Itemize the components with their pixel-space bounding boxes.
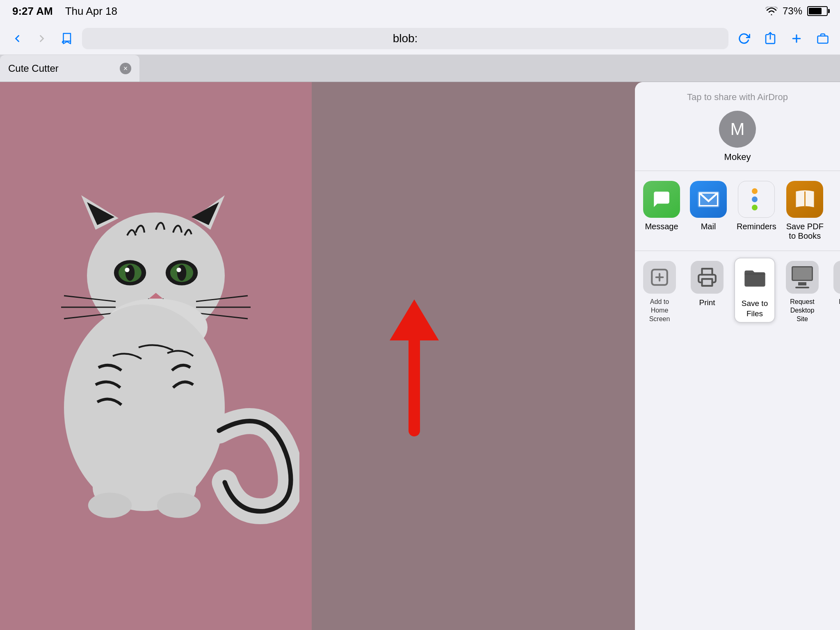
request-desktop-icon <box>786 261 819 294</box>
svg-point-12 <box>125 267 129 272</box>
battery-icon <box>807 6 828 16</box>
reload-button[interactable] <box>735 30 753 48</box>
cat-illustration <box>12 184 299 528</box>
forward-button[interactable] <box>33 30 51 48</box>
add-home-screen-button[interactable]: Add to Home Screen <box>639 258 680 326</box>
address-text: blob: <box>393 32 418 45</box>
message-icon <box>643 181 680 218</box>
nav-actions <box>735 30 832 48</box>
status-right: 73% <box>765 5 828 17</box>
save-files-label: Save to Files <box>738 299 771 319</box>
reminders-label: Reminders <box>737 222 776 231</box>
status-bar: 9:27 AM Thu Apr 18 73% <box>0 0 840 22</box>
find-on-page-button[interactable]: Find on <box>829 258 840 310</box>
svg-point-13 <box>176 267 181 272</box>
cat-image-container <box>0 82 312 630</box>
svg-point-26 <box>157 493 201 518</box>
mail-icon <box>690 181 727 218</box>
add-home-label: Add to Home Screen <box>642 298 677 323</box>
request-desktop-label: Request Desktop Site <box>785 298 819 323</box>
tabs-button[interactable] <box>814 30 832 48</box>
share-message-button[interactable]: Message <box>643 181 680 241</box>
reminders-icon <box>738 181 775 218</box>
wifi-icon <box>765 7 778 16</box>
find-on-icon <box>833 261 840 294</box>
save-to-files-button[interactable]: Save to Files <box>734 258 775 323</box>
share-button[interactable] <box>761 30 779 48</box>
share-books-button[interactable]: Save PDF to Books <box>786 181 824 241</box>
save-files-icon <box>738 262 771 294</box>
tab-close-button[interactable]: × <box>120 63 131 74</box>
back-button[interactable] <box>8 30 26 48</box>
airdrop-section: Tap to share with AirDrop M Mokey <box>635 82 840 171</box>
books-icon <box>786 181 823 218</box>
share-apps-row: Message Mail <box>635 171 840 251</box>
svg-point-25 <box>88 493 132 518</box>
svg-rect-0 <box>818 36 828 43</box>
status-date: Thu Apr 18 <box>65 5 117 18</box>
print-button[interactable]: Print <box>687 258 728 311</box>
share-sheet: Tap to share with AirDrop M Mokey Messag… <box>635 82 840 630</box>
address-bar[interactable]: blob: <box>82 28 728 49</box>
tab-cute-cutter[interactable]: Cute Cutter × <box>0 55 139 82</box>
tab-title: Cute Cutter <box>8 63 115 74</box>
status-time: 9:27 AM <box>12 5 53 18</box>
navigation-bar: blob: <box>0 22 840 55</box>
add-home-icon <box>643 261 676 294</box>
message-label: Message <box>645 222 678 231</box>
books-label: Save PDF to Books <box>786 222 824 241</box>
print-icon <box>691 261 724 294</box>
tab-bar: Cute Cutter × <box>0 55 840 82</box>
airdrop-label: Tap to share with AirDrop <box>635 92 840 103</box>
print-label: Print <box>699 298 715 308</box>
svg-point-10 <box>126 265 135 281</box>
svg-rect-29 <box>702 279 712 286</box>
mail-label: Mail <box>701 222 716 231</box>
share-mail-button[interactable]: Mail <box>690 181 727 241</box>
svg-point-11 <box>177 265 186 281</box>
svg-point-22 <box>64 304 225 511</box>
share-reminders-button[interactable]: Reminders <box>737 181 776 241</box>
contact-mokey[interactable]: M Mokey <box>719 111 756 162</box>
airdrop-contacts: M Mokey <box>635 111 840 162</box>
bookmarks-button[interactable] <box>57 30 75 48</box>
add-tab-button[interactable] <box>788 30 806 48</box>
share-actions-row: Add to Home Screen Print S <box>635 251 840 333</box>
contact-avatar: M <box>719 111 756 148</box>
request-desktop-button[interactable]: Request Desktop Site <box>782 258 823 326</box>
contact-name: Mokey <box>724 152 751 162</box>
battery-percentage: 73% <box>783 5 802 17</box>
